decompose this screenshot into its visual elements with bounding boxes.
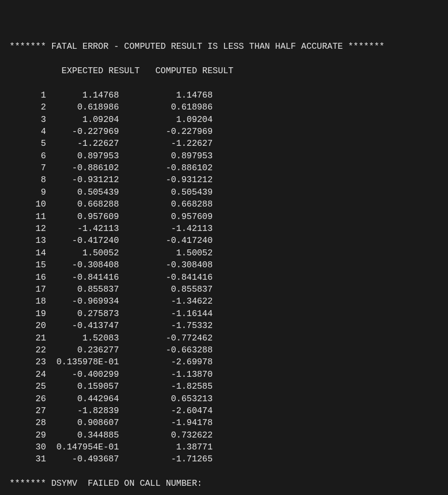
table-row: 17 0.855837 0.855837 (4, 284, 444, 295)
error-header: ******* FATAL ERROR - COMPUTED RESULT IS… (4, 41, 444, 53)
table-row: 25 0.159057 -1.82585 (4, 381, 444, 393)
table-row: 4 -0.227969 -0.227969 (4, 126, 444, 138)
table-row: 19 0.275873 -1.16144 (4, 308, 444, 320)
table-row: 31 -0.493687 -1.71265 (4, 453, 444, 465)
table-row: 18 -0.969934 -1.34622 (4, 295, 444, 307)
table-row: 8 -0.931212 -0.931212 (4, 174, 444, 186)
table-row: 12 -1.42113 -1.42113 (4, 223, 444, 235)
table-row: 26 0.442964 0.653213 (4, 393, 444, 405)
table-row: 28 0.908607 -1.94178 (4, 417, 444, 429)
table-row: 23 0.135978E-01 -2.69978 (4, 356, 444, 368)
table-row: 10 0.668288 0.668288 (4, 198, 444, 210)
data-table: 1 1.14768 1.14768 2 0.618986 0.618986 3 … (4, 89, 444, 466)
table-row: 30 0.147954E-01 1.38771 (4, 441, 444, 453)
table-row: 22 0.236277 -0.663288 (4, 344, 444, 356)
table-row: 3 1.09204 1.09204 (4, 114, 444, 126)
failure-summary: ******* DSYMV FAILED ON CALL NUMBER: (4, 478, 444, 490)
table-row: 5 -1.22627 -1.22627 (4, 138, 444, 150)
table-row: 7 -0.886102 -0.886102 (4, 162, 444, 174)
table-row: 1 1.14768 1.14768 (4, 89, 444, 101)
table-row: 11 0.957609 0.957609 (4, 211, 444, 223)
table-row: 13 -0.417240 -0.417240 (4, 235, 444, 247)
table-row: 6 0.897953 0.897953 (4, 150, 444, 162)
table-row: 9 0.505439 0.505439 (4, 187, 444, 198)
table-row: 14 1.50052 1.50052 (4, 247, 444, 259)
table-row: 21 1.52083 -0.772462 (4, 332, 444, 344)
table-row: 27 -1.82839 -2.60474 (4, 405, 444, 417)
table-row: 15 -0.308408 -0.308408 (4, 259, 444, 271)
table-row: 2 0.618986 0.618986 (4, 101, 444, 113)
table-row: 20 -0.413747 -1.75332 (4, 320, 444, 332)
table-row: 29 0.344885 0.732622 (4, 429, 444, 441)
table-row: 24 -0.400299 -1.13870 (4, 369, 444, 381)
table-row: 16 -0.841416 -0.841416 (4, 272, 444, 284)
column-headers: EXPECTED RESULT COMPUTED RESULT (4, 65, 444, 77)
